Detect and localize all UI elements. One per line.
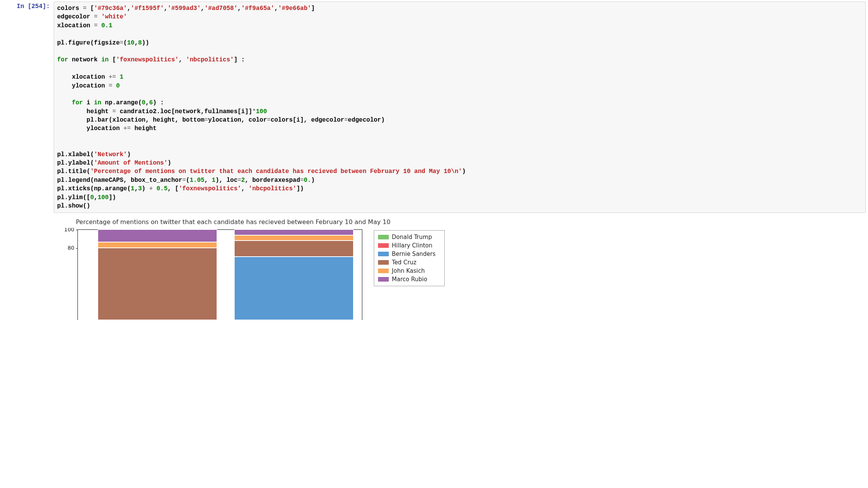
legend-item: John Kasich	[378, 267, 441, 275]
ytick-80: 80	[67, 245, 74, 251]
y-axis: 100 80	[61, 228, 77, 320]
legend: Donald TrumpHillary ClintonBernie Sander…	[374, 230, 445, 286]
stacked-bars	[78, 230, 362, 320]
code-input-area[interactable]: colors = ['#79c36a','#f1595f','#599ad3',…	[54, 2, 866, 213]
legend-label: John Kasich	[392, 267, 425, 274]
legend-label: Bernie Sanders	[392, 251, 436, 257]
bar-segment	[98, 242, 217, 247]
legend-item: Donald Trump	[378, 233, 441, 241]
plot-axes: 100 80	[61, 228, 362, 320]
notebook-code-cell: In [254]: colors = ['#79c36a','#f1595f',…	[0, 0, 868, 214]
bar-segment	[234, 235, 353, 241]
legend-swatch	[378, 260, 389, 265]
chart-figure: Percentage of mentions on twitter that e…	[61, 218, 445, 320]
ytick-100: 100	[64, 228, 74, 232]
legend-item: Bernie Sanders	[378, 250, 441, 258]
bar-segment	[234, 257, 353, 320]
code-text[interactable]: colors = ['#79c36a','#f1595f','#599ad3',…	[57, 4, 862, 210]
legend-label: Marco Rubio	[392, 276, 427, 283]
legend-item: Marco Rubio	[378, 275, 441, 284]
bar-segment	[234, 229, 353, 235]
legend-swatch	[378, 277, 389, 282]
output-prompt-spacer	[0, 217, 54, 320]
input-prompt: In [254]:	[0, 0, 54, 214]
legend-swatch	[378, 269, 389, 273]
legend-swatch	[378, 252, 389, 256]
legend-item: Ted Cruz	[378, 258, 441, 267]
legend-label: Hillary Clinton	[392, 242, 432, 249]
output-body: Percentage of mentions on twitter that e…	[54, 217, 868, 320]
bar-column	[234, 229, 353, 320]
notebook-output-cell: Percentage of mentions on twitter that e…	[0, 217, 868, 320]
legend-item: Hillary Clinton	[378, 241, 441, 250]
bar-segment	[98, 229, 217, 242]
bar-segment	[234, 241, 353, 257]
plot-area	[77, 229, 362, 320]
legend-swatch	[378, 235, 389, 239]
bar-column	[98, 229, 217, 320]
chart-title: Percentage of mentions on twitter that e…	[61, 218, 445, 226]
legend-label: Ted Cruz	[392, 259, 416, 266]
bar-segment	[98, 248, 217, 320]
legend-label: Donald Trump	[392, 234, 432, 241]
legend-swatch	[378, 243, 389, 248]
input-prompt-label: In [254]:	[17, 3, 50, 10]
